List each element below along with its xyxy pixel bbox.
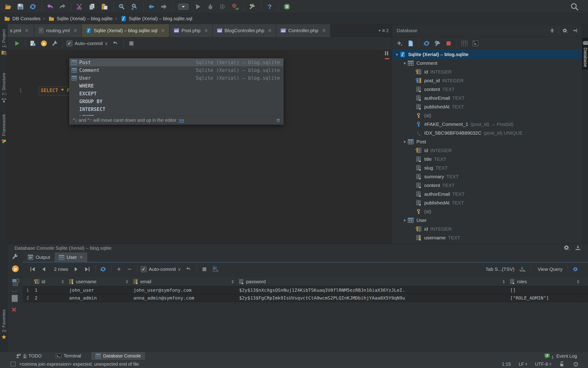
toolwindow-button-favorites[interactable]: 2: Favorites bbox=[0, 309, 8, 340]
chevron-down-icon[interactable]: ∨ bbox=[178, 267, 181, 272]
tree-row-content[interactable]: contentTEXT bbox=[392, 181, 582, 190]
completion-item-EXCEPT[interactable]: EXCEPT bbox=[70, 90, 283, 98]
cell[interactable]: anna_admin bbox=[66, 294, 131, 302]
tree-row-id[interactable]: idINTEGER bbox=[392, 146, 582, 155]
folder-open-button[interactable] bbox=[3, 2, 13, 11]
console-settings-button[interactable] bbox=[51, 39, 59, 48]
cell[interactable]: john_user@symfony.com bbox=[131, 286, 236, 294]
toolwindow-toggle-icon[interactable] bbox=[10, 362, 16, 367]
run-query-button[interactable] bbox=[13, 39, 21, 48]
redo-button[interactable] bbox=[58, 2, 67, 11]
tab-s.yml[interactable]: s.yml✕ bbox=[8, 24, 34, 37]
caret-position[interactable]: 1:15 bbox=[502, 362, 511, 367]
sort-icon[interactable] bbox=[503, 280, 505, 284]
php-console-icon[interactable]: p bbox=[12, 265, 19, 272]
sort-icon[interactable] bbox=[126, 280, 128, 284]
column-header-id[interactable]: id bbox=[32, 277, 66, 286]
run-button[interactable] bbox=[193, 2, 203, 11]
tree-row-post_id[interactable]: post_idINTEGER bbox=[392, 76, 582, 85]
dock-panel-icon[interactable] bbox=[575, 244, 581, 251]
cell[interactable]: $2y$13$nXcXgsQSnNuj1Z4KibTSKuaq3V0flRNM5… bbox=[236, 286, 507, 294]
tree-row-id[interactable]: idINTEGER bbox=[392, 225, 582, 233]
error-stripe-mark[interactable] bbox=[385, 58, 389, 59]
cell[interactable]: anna_admin@symfony.com bbox=[131, 294, 236, 302]
new-console-button[interactable] bbox=[406, 39, 415, 48]
close-console-icon[interactable]: ✕ bbox=[11, 306, 17, 313]
pin-icon[interactable] bbox=[12, 295, 18, 302]
tree-row-summary[interactable]: summaryTEXT bbox=[392, 172, 582, 181]
completion-item-Comment[interactable]: CommentSqlite (Xerial) – blog.sqlite bbox=[70, 66, 283, 74]
tab-Post.php[interactable]: phpPost.php✕ bbox=[169, 24, 213, 37]
settings-button[interactable] bbox=[248, 2, 257, 11]
completion-item-User[interactable]: UserSqlite (Xerial) – blog.sqlite bbox=[70, 74, 283, 82]
tree-row-Sqlite (Xerial) – blog.sqlite[interactable]: ▼Sqlite (Xerial) – blog.sqlite bbox=[392, 50, 582, 59]
next-page-button[interactable] bbox=[72, 265, 81, 274]
expand-arrow-icon[interactable]: ▼ bbox=[402, 140, 408, 144]
console-tab-User[interactable]: User✕ bbox=[55, 252, 87, 262]
open-table-button[interactable] bbox=[460, 39, 469, 48]
run-config-button[interactable] bbox=[176, 2, 190, 11]
breadcrumb-item[interactable]: DB Consoles bbox=[4, 16, 41, 22]
analysis-paused-icon[interactable] bbox=[385, 51, 388, 55]
console-history-button[interactable] bbox=[28, 39, 37, 48]
undo-button[interactable] bbox=[45, 2, 55, 11]
close-icon[interactable]: ✕ bbox=[25, 28, 29, 33]
tree-row-slug[interactable]: slugTEXT bbox=[392, 164, 582, 172]
tree-row-publishedAt[interactable]: publishedAtTEXT bbox=[392, 198, 582, 207]
sort-icon[interactable] bbox=[231, 280, 234, 284]
save-button[interactable] bbox=[16, 2, 25, 11]
grid-settings-button[interactable] bbox=[571, 265, 580, 274]
tree-row-content[interactable]: contentTEXT bbox=[392, 85, 582, 94]
view-query-button[interactable]: View Query bbox=[538, 267, 562, 272]
refresh-button[interactable] bbox=[422, 39, 431, 48]
column-header-username[interactable]: username bbox=[66, 277, 131, 286]
tree-row-authorEmail[interactable]: authorEmailTEXT bbox=[392, 94, 582, 102]
help-button[interactable]: ? bbox=[265, 2, 275, 11]
datasource-properties-button[interactable] bbox=[433, 39, 442, 48]
table-row[interactable]: 11john_userjohn_user@symfony.com$2y$13$n… bbox=[23, 286, 588, 294]
reload-button[interactable] bbox=[99, 265, 108, 274]
stop-button[interactable] bbox=[200, 265, 209, 274]
drag-handle-icon[interactable]: ┄┄ bbox=[12, 289, 18, 294]
tree-row-title[interactable]: titleTEXT bbox=[392, 155, 582, 164]
cell[interactable]: 1 bbox=[32, 286, 66, 294]
replace-button[interactable]: A bbox=[129, 2, 139, 11]
tree-row-authorEmail[interactable]: authorEmailTEXT bbox=[392, 190, 582, 198]
export-data-button[interactable] bbox=[518, 265, 527, 274]
gear-icon[interactable] bbox=[561, 27, 569, 35]
cell[interactable]: $2y$13$FgCRpImk9IsUVsqvctCtA0wcmS2PLQInK… bbox=[236, 294, 507, 302]
toolwindow-button-structure[interactable]: 7: Structure bbox=[0, 73, 8, 103]
tree-row-id[interactable]: idINTEGER bbox=[392, 67, 582, 76]
tab-BlogController.php[interactable]: phpBlogController.php✕ bbox=[213, 24, 276, 37]
hide-panel-icon[interactable] bbox=[571, 27, 579, 35]
hidden-tabs-indicator[interactable]: ▼ ≡ 2 bbox=[378, 24, 389, 37]
close-icon[interactable]: ✕ bbox=[74, 28, 77, 33]
gear-icon[interactable] bbox=[563, 244, 570, 251]
tree-row-publishedAt[interactable]: publishedAtTEXT bbox=[392, 102, 582, 111]
back-button[interactable] bbox=[147, 2, 156, 11]
hint-more-link[interactable]: >> bbox=[179, 118, 184, 123]
sort-icon[interactable] bbox=[62, 280, 64, 284]
expand-arrow-icon[interactable]: ▼ bbox=[402, 219, 408, 222]
table-row[interactable]: 22anna_adminanna_admin@symfony.com$2y$13… bbox=[23, 294, 588, 302]
delete-row-button[interactable]: − bbox=[125, 265, 134, 273]
stop-button[interactable] bbox=[127, 39, 136, 48]
add-row-button[interactable]: + bbox=[115, 265, 123, 273]
find-button[interactable] bbox=[117, 2, 127, 11]
rollback-button[interactable] bbox=[111, 39, 120, 48]
tree-row-#FAKE_Comment_1[interactable]: #FAKE_Comment_1(post_id) → Post(id) bbox=[392, 120, 582, 129]
console-tab-Output[interactable]: Output bbox=[24, 252, 54, 262]
paste-button[interactable] bbox=[100, 2, 109, 11]
cell[interactable]: ["ROLE_ADMIN"] bbox=[507, 294, 582, 302]
submit-changes-button[interactable] bbox=[211, 265, 220, 274]
close-icon[interactable]: ✕ bbox=[161, 28, 165, 33]
close-icon[interactable]: ✕ bbox=[79, 255, 83, 260]
memory-button[interactable] bbox=[282, 2, 292, 11]
database-toolwindow-button[interactable]: Database bbox=[582, 38, 588, 70]
collapse-panel-icon[interactable] bbox=[548, 27, 556, 35]
open-console-button[interactable]: QL bbox=[471, 39, 480, 48]
hector-inspections-icon[interactable] bbox=[573, 361, 579, 367]
rollback-button[interactable] bbox=[184, 265, 193, 274]
sync-button[interactable] bbox=[28, 2, 38, 11]
chevron-down-icon[interactable]: ∨ bbox=[105, 41, 108, 46]
